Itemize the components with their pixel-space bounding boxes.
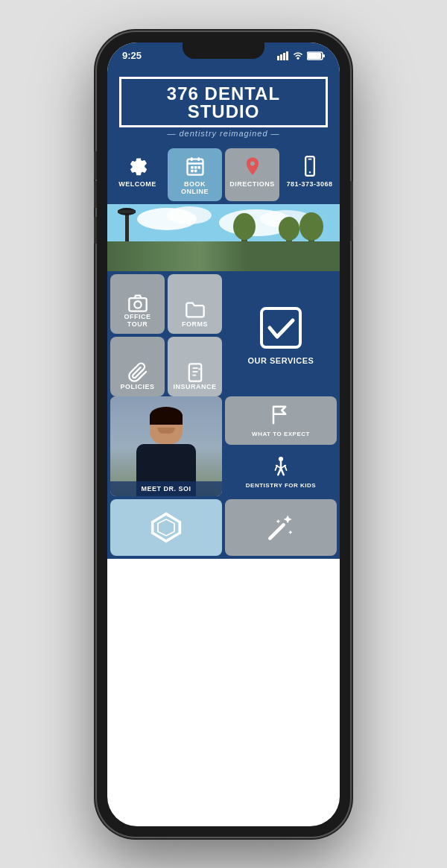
status-icons [277, 51, 325, 60]
banner-image [107, 204, 340, 271]
svg-line-57 [285, 465, 287, 469]
svg-rect-38 [174, 243, 176, 256]
diamond-button[interactable] [110, 499, 222, 556]
svg-rect-15 [191, 169, 193, 172]
meet-dr-button[interactable]: MEET DR. SOI [110, 396, 222, 496]
magic-button[interactable] [225, 499, 337, 556]
svg-point-30 [299, 212, 323, 241]
volume-up-button[interactable] [94, 181, 97, 208]
phone-label: 781-373-3068 [286, 180, 332, 188]
wifi-icon [292, 51, 304, 60]
notch [183, 42, 264, 59]
svg-rect-37 [167, 241, 168, 256]
svg-marker-59 [158, 519, 174, 536]
phone-button[interactable]: 781-373-3068 [282, 148, 337, 201]
directions-button[interactable]: DIRECTIONS [225, 148, 279, 201]
svg-rect-51 [261, 308, 300, 347]
document-icon [185, 362, 206, 383]
svg-rect-14 [197, 166, 200, 169]
bottom-section: MEET DR. SOI WHAT TO EXPECT DENTISTRY FO… [107, 396, 340, 499]
calendar-icon [185, 156, 206, 177]
svg-rect-34 [145, 241, 146, 256]
svg-point-22 [167, 206, 212, 224]
flag-icon [270, 404, 292, 426]
what-to-expect-button[interactable]: WHAT TO EXPECT [225, 396, 337, 445]
svg-rect-32 [107, 250, 256, 271]
dentistry-kids-button[interactable]: DENTISTRY FOR KIDS [225, 448, 337, 496]
svg-rect-6 [308, 53, 321, 59]
svg-rect-47 [107, 251, 145, 255]
svg-rect-44 [118, 210, 136, 213]
insurance-label: INSURANCE [173, 383, 216, 390]
logo-title: 376 DENTAL STUDIO [135, 85, 312, 121]
policies-label: POLICIES [120, 383, 154, 390]
svg-rect-40 [143, 246, 185, 248]
svg-rect-7 [323, 54, 325, 57]
welcome-label: WELCOME [118, 180, 156, 188]
svg-rect-16 [194, 169, 197, 172]
svg-rect-12 [191, 166, 193, 169]
svg-rect-31 [226, 241, 340, 271]
diamond-icon [150, 511, 183, 544]
svg-line-60 [270, 525, 283, 538]
our-services-button[interactable]: OUR SERVICES [225, 274, 337, 396]
svg-rect-46 [107, 245, 145, 251]
insurance-button[interactable]: INSURANCE [168, 337, 222, 396]
right-tiles: WHAT TO EXPECT DENTISTRY FOR KIDS [225, 396, 337, 496]
svg-rect-0 [277, 56, 279, 60]
svg-line-56 [276, 465, 278, 469]
svg-rect-48 [129, 298, 146, 311]
svg-rect-36 [159, 241, 161, 256]
signal-icon [277, 51, 289, 60]
svg-rect-3 [286, 51, 288, 60]
svg-marker-58 [153, 513, 180, 541]
checkmark-icon [259, 305, 303, 350]
svg-rect-2 [283, 53, 285, 60]
forms-label: FORMS [182, 320, 208, 328]
side-button[interactable] [350, 189, 353, 241]
map-pin-icon [242, 156, 263, 177]
phone-icon [299, 156, 320, 177]
gear-icon [127, 156, 148, 177]
header-logo: 376 DENTAL STUDIO dentistry reimagined [107, 66, 340, 148]
book-online-button[interactable]: BOOK ONLINE [168, 148, 222, 201]
office-tour-label: OFFICE TOUR [115, 313, 160, 328]
dentistry-kids-label: DENTISTRY FOR KIDS [246, 482, 316, 489]
svg-rect-41 [143, 250, 185, 253]
meet-dr-label: MEET DR. SOI [110, 481, 222, 496]
svg-line-55 [281, 468, 284, 475]
svg-rect-35 [152, 241, 153, 256]
directions-label: DIRECTIONS [229, 180, 275, 188]
svg-point-28 [279, 217, 299, 241]
person-icon [270, 455, 292, 478]
svg-point-52 [279, 456, 283, 460]
book-online-label: BOOK ONLINE [171, 180, 219, 195]
svg-point-26 [233, 213, 256, 240]
paperclip-icon [127, 362, 148, 383]
wand-icon [264, 511, 297, 544]
quick-actions: WELCOME BOOK ONLINE DIRECTIONS 781-373-3… [107, 148, 340, 204]
what-to-expect-label: WHAT TO EXPECT [252, 431, 310, 437]
policies-button[interactable]: POLICIES [110, 337, 165, 396]
svg-rect-39 [182, 244, 183, 256]
office-tour-button[interactable]: OFFICE TOUR [110, 274, 165, 334]
svg-rect-45 [130, 250, 226, 271]
battery-icon [307, 51, 325, 60]
folder-icon [185, 300, 206, 320]
logo-box: 376 DENTAL STUDIO [119, 77, 328, 127]
phone-shell: 9:25 376 DENTAL STUDIO dentistry reimagi… [97, 32, 350, 837]
forms-button[interactable]: FORMS [168, 274, 222, 334]
svg-rect-13 [194, 166, 197, 169]
our-services-label: OUR SERVICES [248, 356, 314, 365]
volume-down-button[interactable] [94, 217, 97, 244]
svg-rect-33 [107, 255, 241, 264]
svg-rect-1 [280, 54, 282, 60]
bottom-row [107, 499, 340, 559]
svg-rect-50 [188, 364, 200, 381]
welcome-button[interactable]: WELCOME [110, 148, 165, 201]
svg-point-49 [134, 301, 141, 308]
logo-subtitle: dentistry reimagined [167, 129, 279, 138]
status-time: 9:25 [122, 50, 142, 61]
svg-rect-42 [125, 212, 129, 256]
svg-point-4 [297, 57, 299, 59]
